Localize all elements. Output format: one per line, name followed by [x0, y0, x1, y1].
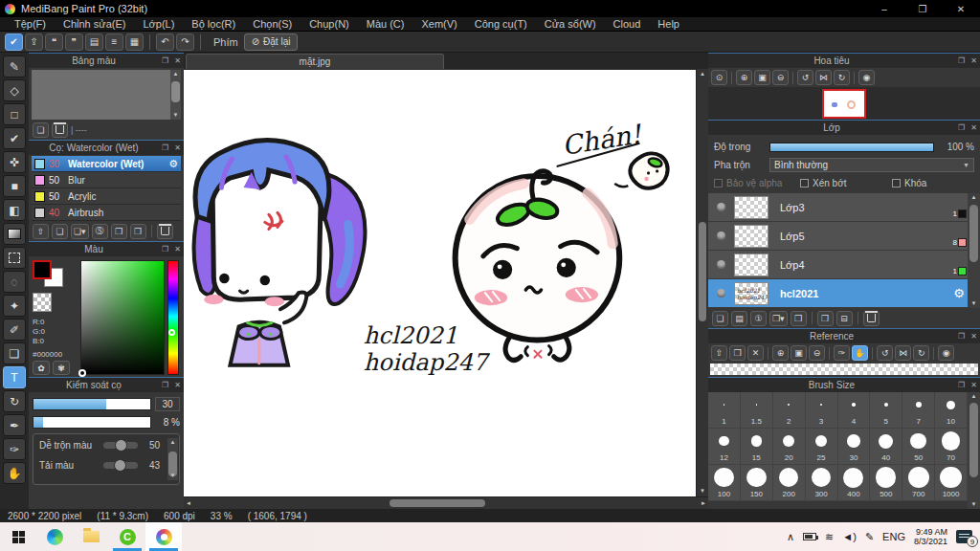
clipping-checkbox[interactable]: Xén bớt [800, 178, 888, 188]
menu-item-5[interactable]: Chụp(N) [301, 17, 358, 32]
slider-handle[interactable] [115, 439, 127, 452]
battery-icon[interactable] [803, 533, 816, 540]
tool-select-pen[interactable]: ✔ [3, 127, 26, 149]
menu-item-11[interactable]: Help [649, 17, 688, 32]
layer-visibility-dot[interactable] [717, 231, 725, 240]
close-button[interactable]: ✕ [942, 4, 980, 14]
taskbar-medibang[interactable] [145, 522, 182, 551]
close-icon[interactable]: ✕ [171, 56, 184, 65]
brush-size-cell[interactable]: 3 [806, 392, 838, 429]
duplicate-button[interactable]: ❐ [130, 224, 146, 239]
trash-button[interactable] [157, 224, 173, 239]
layer-visibility-dot[interactable] [717, 203, 725, 211]
trash-button[interactable] [863, 311, 880, 326]
layer-visibility-dot[interactable] [717, 289, 725, 298]
popup-icon[interactable]: ❐ [159, 143, 171, 152]
overview-button[interactable]: ◉ [858, 70, 875, 85]
alpha-lock-checkbox[interactable]: Bảo vệ alpha [714, 178, 796, 188]
brush-size-cell[interactable]: 7 [902, 392, 935, 429]
overview-button[interactable]: ◉ [938, 345, 954, 361]
brush-size-cell[interactable]: 500 [870, 465, 902, 501]
document-button[interactable]: ▤ [85, 33, 103, 51]
popup-icon[interactable]: ❐ [159, 245, 171, 253]
popup-icon[interactable]: ❐ [955, 123, 968, 132]
zoom-reset-button[interactable]: ⊙ [711, 70, 727, 85]
rotate-left-button[interactable]: ↺ [877, 345, 893, 361]
hue-slider-handle[interactable] [168, 329, 175, 336]
scroll-right-icon[interactable]: ► [699, 497, 708, 509]
brush-size-cell[interactable]: 30 [838, 429, 871, 465]
brush-size-cell[interactable]: 50 [902, 429, 935, 465]
taskbar-clock[interactable]: 9:49 AM 8/3/2021 [914, 527, 947, 546]
brush-size-bar[interactable] [33, 398, 151, 410]
popup-icon[interactable]: ❐ [159, 381, 171, 389]
tool-move[interactable]: ✜ [3, 151, 26, 173]
chat-button[interactable]: ❝ [45, 33, 63, 51]
tool-select-rect[interactable] [3, 247, 26, 269]
brush-opacity-bar[interactable] [33, 416, 151, 429]
brush-size-cell[interactable]: 70 [935, 429, 968, 465]
new-button[interactable]: ❏ [33, 122, 49, 138]
close-icon[interactable]: ✕ [968, 332, 980, 341]
brush-size-scroll-thumb[interactable] [969, 403, 978, 477]
scroll-down-icon[interactable]: ▼ [968, 299, 980, 308]
brush-size-cell[interactable]: 10 [935, 392, 968, 429]
rotate-left-button[interactable]: ↺ [797, 70, 813, 85]
brush-size-cell[interactable]: 40 [870, 429, 902, 465]
brush-size-cell[interactable]: 200 [773, 465, 806, 501]
new-dropdown-button[interactable]: ❏▾ [71, 224, 89, 239]
popup-icon[interactable]: ❐ [955, 56, 968, 65]
folder-add-button[interactable]: ❒▾ [769, 311, 788, 326]
brush-item[interactable]: 40Airbrush [32, 205, 181, 221]
tool-eyedropper[interactable]: ✑ [3, 438, 26, 460]
fit-button[interactable]: ▣ [791, 345, 807, 361]
sv-picker-handle[interactable] [78, 369, 86, 377]
canvas-horizontal-scrollbar[interactable]: ◄ ► [184, 496, 708, 509]
folder-button[interactable]: ❒ [791, 311, 807, 326]
brush-size-cell[interactable]: 12 [708, 429, 741, 465]
brush-size-scrollbar[interactable]: ▲ ▼ [968, 392, 980, 509]
color-swatches[interactable] [33, 260, 65, 289]
menu-item-7[interactable]: Xem(V) [412, 17, 465, 32]
brush-size-cell[interactable]: 400 [838, 465, 871, 501]
script-button[interactable]: Ⓢ [92, 224, 108, 239]
action-center-icon[interactable]: 9 [956, 530, 972, 543]
close-icon[interactable]: ✕ [968, 56, 980, 65]
new-button[interactable]: ❏ [712, 311, 728, 326]
redo-button[interactable]: ↷ [176, 33, 194, 51]
canvas-vertical-scrollbar[interactable]: ▲ ▼ [696, 69, 708, 496]
upload-button[interactable]: ⇧ [711, 345, 727, 361]
new-1bit-button[interactable]: ① [750, 311, 767, 326]
brush-size-cell[interactable]: 20 [773, 429, 806, 465]
scroll-down-icon[interactable]: ▼ [170, 111, 181, 120]
menu-item-2[interactable]: Lớp(L) [134, 17, 183, 32]
tool-pen-select[interactable]: ✐ [3, 319, 26, 341]
layer-row[interactable]: hcl2021hoidap247hcl2021⚙ [708, 279, 980, 308]
brush-size-cell[interactable]: 100 [708, 465, 741, 501]
tool-lasso[interactable]: ◌ [3, 271, 26, 293]
scroll-up-icon[interactable]: ▲ [968, 193, 980, 202]
share-button[interactable]: ⇪ [25, 33, 43, 51]
document-tab[interactable]: mặt.jpg [186, 54, 444, 69]
tool-pen[interactable]: ✒ [3, 414, 26, 436]
taskbar-coccoc[interactable]: C [109, 522, 145, 551]
speaker-icon[interactable]: ◄) [842, 531, 857, 542]
layer-visibility-dot[interactable] [717, 260, 725, 269]
palette-add-button[interactable]: ✾ [53, 361, 70, 375]
brush-size-cell[interactable]: 4 [838, 392, 871, 429]
scroll-up-icon[interactable]: ▲ [167, 438, 178, 447]
undo-button[interactable]: ↶ [156, 33, 174, 51]
popup-icon[interactable]: ❐ [955, 381, 968, 389]
navigator-preview[interactable] [708, 87, 980, 120]
scroll-up-icon[interactable]: ▲ [170, 70, 181, 78]
tool-eraser[interactable]: ◇ [3, 79, 26, 101]
brush-item[interactable]: 50Acrylic [32, 188, 181, 205]
brush-size-cell[interactable]: 15 [741, 429, 773, 465]
menu-item-9[interactable]: Cửa sổ(W) [536, 17, 605, 32]
scroll-down-icon[interactable]: ▼ [697, 487, 708, 496]
brush-size-cell[interactable]: 1.5 [741, 392, 773, 429]
scroll-left-icon[interactable]: ◄ [184, 497, 193, 509]
hand-button[interactable]: ✋ [852, 345, 868, 361]
drawing-canvas[interactable]: Chán! hcl2021 hoidap247 [184, 69, 696, 496]
tool-brush[interactable]: ✎ [3, 55, 26, 77]
